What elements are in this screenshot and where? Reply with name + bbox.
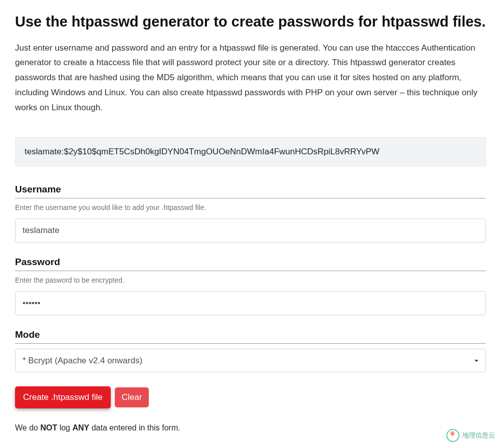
password-hint: Enter the pasword to be encrypted. <box>15 276 486 284</box>
disclaimer-text: We do NOT log ANY data entered in this f… <box>15 423 486 432</box>
password-group: Password Enter the pasword to be encrypt… <box>15 257 486 315</box>
clear-button[interactable]: Clear <box>115 387 149 407</box>
disclaimer-mid: log <box>57 423 72 432</box>
page-title: Use the htpasswd generator to create pas… <box>15 13 486 32</box>
disclaimer-any: ANY <box>72 423 89 432</box>
username-group: Username Enter the username you would li… <box>15 184 486 243</box>
intro-paragraph: Just enter username and password and an … <box>15 41 486 115</box>
generated-output: teslamate:$2y$10$qmET5CsDh0kgIDYN04TmgOU… <box>15 137 486 166</box>
disclaimer-prefix: We do <box>15 423 40 432</box>
username-label: Username <box>15 184 486 198</box>
password-label: Password <box>15 257 486 271</box>
mode-group: Mode * Bcrypt (Apache v2.4 onwards) <box>15 329 486 372</box>
mode-select[interactable]: * Bcrypt (Apache v2.4 onwards) <box>15 349 486 372</box>
mode-label: Mode <box>15 329 486 344</box>
create-button[interactable]: Create .htpasswd file <box>15 386 111 408</box>
username-hint: Enter the username you would like to add… <box>15 203 486 211</box>
button-row: Create .htpasswd file Clear <box>15 386 486 408</box>
username-input[interactable] <box>15 218 486 243</box>
disclaimer-not: NOT <box>40 423 57 432</box>
password-input[interactable] <box>15 291 486 315</box>
disclaimer-suffix: data entered in this form. <box>89 423 180 432</box>
